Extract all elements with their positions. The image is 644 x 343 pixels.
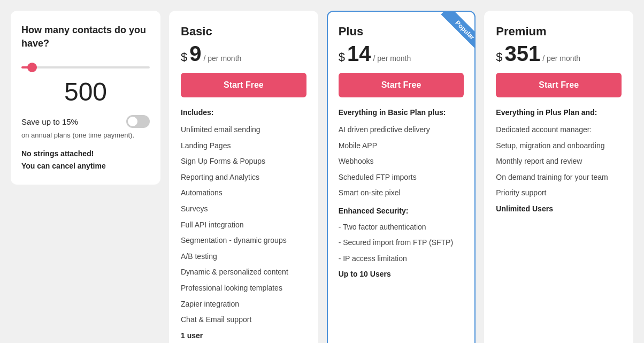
feature-item: Priority support bbox=[496, 185, 622, 201]
feature-item: 1 user bbox=[181, 328, 306, 343]
feature-item: - Two factor authentication bbox=[339, 219, 464, 235]
currency-symbol: $ bbox=[181, 50, 187, 64]
feature-item: Up to 10 Users bbox=[339, 266, 464, 283]
contacts-slider[interactable] bbox=[21, 66, 150, 68]
includes-label: Includes: bbox=[181, 108, 306, 117]
annual-note: on annual plans (one time payment). bbox=[21, 131, 150, 139]
feature-item: Automations bbox=[181, 185, 306, 201]
feature-list: Unlimited email sendingLanding PagesSign… bbox=[181, 122, 306, 343]
currency-symbol: $ bbox=[339, 50, 345, 64]
includes-label: Everything in Basic Plan plus: bbox=[339, 108, 464, 117]
feature-item: Monthly report and review bbox=[496, 154, 622, 170]
price-amount: 351 bbox=[505, 43, 541, 64]
feature-item: Mobile APP bbox=[339, 138, 464, 154]
feature-item: Smart on-site pixel bbox=[339, 185, 464, 201]
per-month-label: / per month bbox=[373, 54, 411, 63]
feature-item: Scheduled FTP imports bbox=[339, 170, 464, 186]
currency-symbol: $ bbox=[496, 50, 502, 64]
feature-item: Dedicated account manager: bbox=[496, 122, 622, 138]
feature-list: AI driven predictive deliveryMobile APPW… bbox=[339, 122, 464, 283]
feature-item: Setup, migration and onboarding bbox=[496, 138, 622, 154]
feature-item: On demand training for your team bbox=[496, 170, 622, 186]
feature-item: Enhanced Security: bbox=[339, 203, 464, 219]
start-free-button[interactable]: Start Free bbox=[181, 73, 306, 97]
feature-item: Webhooks bbox=[339, 154, 464, 170]
start-free-button[interactable]: Start Free bbox=[339, 73, 464, 97]
feature-item: Zapier integration bbox=[181, 296, 306, 312]
feature-item: Landing Pages bbox=[181, 138, 306, 154]
plan-card-basic: Basic $ 9 / per month Start Free Include… bbox=[169, 11, 318, 343]
slider-container bbox=[21, 61, 150, 71]
feature-item: Unlimited email sending bbox=[181, 122, 306, 138]
toggle-slider bbox=[126, 115, 150, 128]
price-row: $ 351 / per month bbox=[496, 43, 622, 64]
feature-item: Reporting and Analytics bbox=[181, 170, 306, 186]
price-amount: 9 bbox=[189, 43, 201, 64]
per-month-label: / per month bbox=[542, 54, 580, 63]
annual-label: Save up to 15% bbox=[21, 117, 78, 126]
feature-list: Dedicated account manager:Setup, migrati… bbox=[496, 122, 622, 217]
no-strings-text: No strings attached! You can cancel anyt… bbox=[21, 148, 150, 172]
plan-name: Premium bbox=[496, 25, 622, 39]
start-free-button[interactable]: Start Free bbox=[496, 73, 622, 97]
per-month-label: / per month bbox=[204, 54, 242, 63]
feature-item: Surveys bbox=[181, 201, 306, 217]
feature-item: A/B testing bbox=[181, 249, 306, 265]
contacts-question: How many contacts do you have? bbox=[21, 24, 150, 50]
plan-name: Plus bbox=[339, 25, 464, 39]
plan-name: Basic bbox=[181, 25, 306, 39]
price-row: $ 14 / per month bbox=[339, 43, 464, 64]
includes-label: Everything in Plus Plan and: bbox=[496, 108, 622, 117]
contacts-panel: How many contacts do you have? 500 Save … bbox=[11, 11, 160, 185]
feature-item: Chat & Email support bbox=[181, 312, 306, 328]
pricing-container: How many contacts do you have? 500 Save … bbox=[11, 11, 633, 343]
feature-item: AI driven predictive delivery bbox=[339, 122, 464, 138]
annual-row: Save up to 15% bbox=[21, 115, 150, 128]
price-amount: 14 bbox=[347, 43, 371, 64]
feature-item: - Secured import from FTP (SFTP) bbox=[339, 235, 464, 251]
feature-item: - IP access limitation bbox=[339, 251, 464, 267]
price-row: $ 9 / per month bbox=[181, 43, 306, 64]
feature-item: Segmentation - dynamic groups bbox=[181, 233, 306, 249]
plan-card-plus: Popular Plus $ 14 / per month Start Free… bbox=[327, 11, 476, 343]
plan-card-premium: Premium $ 351 / per month Start Free Eve… bbox=[484, 11, 633, 343]
feature-item: Dynamic & personalized content bbox=[181, 264, 306, 280]
feature-item: Sign Up Forms & Popups bbox=[181, 154, 306, 170]
contact-count-display: 500 bbox=[21, 77, 150, 106]
feature-item: Unlimited Users bbox=[496, 201, 622, 217]
feature-item: Professional looking templates bbox=[181, 280, 306, 296]
feature-item: Full API integration bbox=[181, 217, 306, 233]
annual-toggle[interactable] bbox=[126, 115, 150, 128]
